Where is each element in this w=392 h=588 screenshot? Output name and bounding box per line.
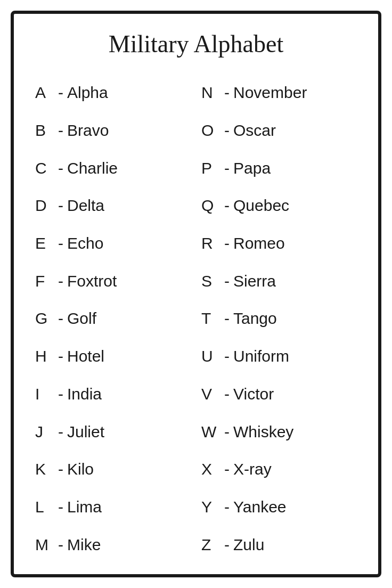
list-item: U-Uniform bbox=[201, 338, 357, 375]
word: Hotel bbox=[67, 347, 104, 365]
list-item: H-Hotel bbox=[35, 338, 191, 375]
letter: M bbox=[35, 536, 54, 554]
word: Uniform bbox=[233, 347, 289, 365]
dash: - bbox=[220, 197, 233, 215]
word: Whiskey bbox=[233, 423, 293, 441]
dash: - bbox=[220, 498, 233, 516]
letter: R bbox=[201, 234, 220, 252]
dash: - bbox=[220, 347, 233, 365]
list-item: P-Papa bbox=[201, 149, 357, 187]
letter: X bbox=[201, 460, 220, 478]
dash: - bbox=[54, 121, 67, 140]
list-item: J-Juliet bbox=[35, 413, 191, 451]
list-item: Q-Quebec bbox=[201, 187, 357, 225]
list-item: C-Charlie bbox=[35, 149, 191, 187]
word: Oscar bbox=[233, 121, 276, 140]
word: Lima bbox=[67, 498, 102, 516]
list-item: G-Golf bbox=[35, 300, 191, 338]
letter: I bbox=[35, 385, 54, 403]
list-item: F-Foxtrot bbox=[35, 262, 191, 300]
letter: F bbox=[35, 272, 54, 290]
word: Alpha bbox=[67, 84, 108, 102]
list-item: A-Alpha bbox=[35, 74, 191, 112]
letter: Z bbox=[201, 536, 220, 554]
letter: W bbox=[201, 423, 220, 441]
word: Sierra bbox=[233, 272, 276, 290]
list-item: Z-Zulu bbox=[201, 526, 357, 564]
word: Echo bbox=[67, 234, 103, 252]
list-item: E-Echo bbox=[35, 225, 191, 263]
dash: - bbox=[220, 385, 233, 403]
card: Military Alphabet A-AlphaN-NovemberB-Bra… bbox=[11, 11, 381, 577]
alphabet-grid: A-AlphaN-NovemberB-BravoO-OscarC-Charlie… bbox=[35, 74, 357, 564]
word: Charlie bbox=[67, 159, 118, 177]
dash: - bbox=[54, 197, 67, 215]
list-item: X-X-ray bbox=[201, 451, 357, 488]
letter: P bbox=[201, 159, 220, 177]
dash: - bbox=[220, 536, 233, 554]
dash: - bbox=[54, 272, 67, 290]
word: India bbox=[67, 385, 102, 403]
word: X-ray bbox=[233, 460, 272, 478]
letter: N bbox=[201, 84, 220, 102]
letter: S bbox=[201, 272, 220, 290]
dash: - bbox=[220, 309, 233, 328]
list-item: T-Tango bbox=[201, 300, 357, 338]
list-item: D-Delta bbox=[35, 187, 191, 225]
word: Yankee bbox=[233, 498, 287, 516]
word: Tango bbox=[233, 309, 277, 328]
letter: D bbox=[35, 197, 54, 215]
letter: A bbox=[35, 84, 54, 102]
word: Foxtrot bbox=[67, 272, 117, 290]
dash: - bbox=[54, 498, 67, 516]
letter: C bbox=[35, 159, 54, 177]
dash: - bbox=[220, 84, 233, 102]
list-item: S-Sierra bbox=[201, 262, 357, 300]
dash: - bbox=[220, 423, 233, 441]
word: Golf bbox=[67, 309, 96, 328]
letter: G bbox=[35, 309, 54, 328]
letter: K bbox=[35, 460, 54, 478]
dash: - bbox=[54, 159, 67, 177]
dash: - bbox=[54, 84, 67, 102]
list-item: V-Victor bbox=[201, 375, 357, 413]
dash: - bbox=[220, 121, 233, 140]
list-item: I-India bbox=[35, 375, 191, 413]
letter: J bbox=[35, 423, 54, 441]
word: Delta bbox=[67, 197, 104, 215]
word: Papa bbox=[233, 159, 271, 177]
letter: V bbox=[201, 385, 220, 403]
list-item: B-Bravo bbox=[35, 112, 191, 150]
dash: - bbox=[220, 234, 233, 252]
dash: - bbox=[220, 159, 233, 177]
letter: H bbox=[35, 347, 54, 365]
dash: - bbox=[54, 309, 67, 328]
word: Victor bbox=[233, 385, 274, 403]
dash: - bbox=[54, 423, 67, 441]
word: Juliet bbox=[67, 423, 104, 441]
letter: Y bbox=[201, 498, 220, 516]
letter: E bbox=[35, 234, 54, 252]
letter: Q bbox=[201, 197, 220, 215]
list-item: L-Lima bbox=[35, 488, 191, 526]
word: Quebec bbox=[233, 197, 289, 215]
page-title: Military Alphabet bbox=[109, 30, 283, 58]
letter: T bbox=[201, 309, 220, 328]
list-item: O-Oscar bbox=[201, 112, 357, 150]
list-item: M-Mike bbox=[35, 526, 191, 564]
dash: - bbox=[54, 347, 67, 365]
letter: B bbox=[35, 121, 54, 140]
dash: - bbox=[54, 460, 67, 478]
word: November bbox=[233, 84, 307, 102]
dash: - bbox=[220, 460, 233, 478]
word: Zulu bbox=[233, 536, 264, 554]
list-item: K-Kilo bbox=[35, 451, 191, 488]
word: Mike bbox=[67, 536, 101, 554]
dash: - bbox=[220, 272, 233, 290]
list-item: R-Romeo bbox=[201, 225, 357, 263]
letter: L bbox=[35, 498, 54, 516]
word: Bravo bbox=[67, 121, 109, 140]
dash: - bbox=[54, 536, 67, 554]
list-item: W-Whiskey bbox=[201, 413, 357, 451]
dash: - bbox=[54, 385, 67, 403]
